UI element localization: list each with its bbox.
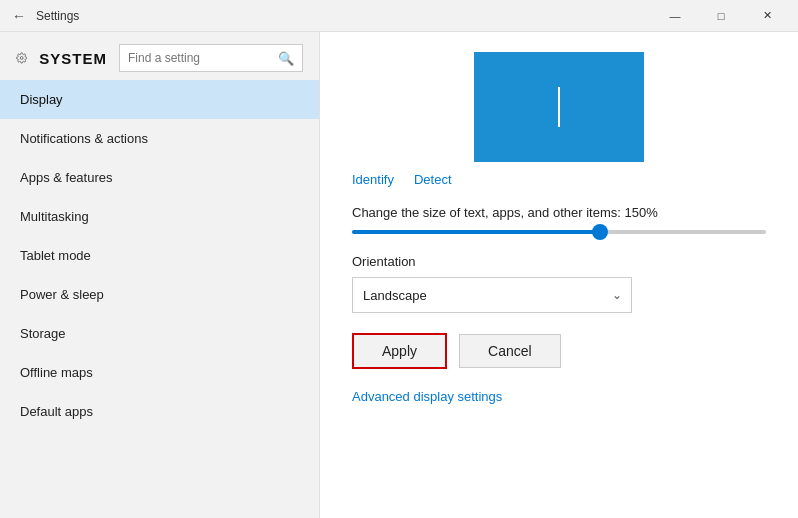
sidebar-item-multitasking[interactable]: Multitasking (0, 197, 319, 236)
monitor-graphic (474, 52, 644, 162)
sidebar-item-defaultapps[interactable]: Default apps (0, 392, 319, 431)
sidebar-item-apps[interactable]: Apps & features (0, 158, 319, 197)
advanced-display-link[interactable]: Advanced display settings (352, 389, 502, 404)
window-title: Settings (36, 9, 79, 23)
search-icon: 🔍 (278, 51, 294, 66)
sidebar-item-tablet[interactable]: Tablet mode (0, 236, 319, 275)
sidebar-item-offline[interactable]: Offline maps (0, 353, 319, 392)
identify-detect-row: Identify Detect (352, 172, 766, 187)
close-button[interactable]: ✕ (744, 0, 790, 32)
slider-fill (352, 230, 600, 234)
apply-button[interactable]: Apply (352, 333, 447, 369)
slider-thumb[interactable] (592, 224, 608, 240)
content-area: Identify Detect Change the size of text,… (320, 32, 798, 518)
title-bar: ← Settings — □ ✕ (0, 0, 798, 32)
orientation-select[interactable]: Landscape Portrait Landscape (flipped) P… (352, 277, 632, 313)
scale-label: Change the size of text, apps, and other… (352, 205, 766, 220)
search-box[interactable]: 🔍 (119, 44, 303, 72)
title-bar-left: ← Settings (12, 8, 79, 24)
back-arrow-icon[interactable]: ← (12, 8, 26, 24)
orientation-select-wrapper: Landscape Portrait Landscape (flipped) P… (352, 277, 632, 313)
sidebar-item-display[interactable]: Display (0, 80, 319, 119)
cancel-button[interactable]: Cancel (459, 334, 561, 368)
identify-link[interactable]: Identify (352, 172, 394, 187)
minimize-button[interactable]: — (652, 0, 698, 32)
orientation-label: Orientation (352, 254, 766, 269)
window-controls: — □ ✕ (652, 0, 790, 32)
gear-icon (16, 46, 27, 70)
monitor-cursor (558, 87, 560, 127)
scale-slider-track[interactable] (352, 230, 766, 234)
sidebar: SYSTEM 🔍 Display Notifications & actions… (0, 32, 320, 518)
monitor-preview (320, 32, 798, 172)
sidebar-system-title: SYSTEM (39, 50, 107, 67)
sidebar-item-storage[interactable]: Storage (0, 314, 319, 353)
content-inner: Identify Detect Change the size of text,… (320, 172, 798, 436)
maximize-button[interactable]: □ (698, 0, 744, 32)
sidebar-header: SYSTEM 🔍 (0, 32, 319, 80)
main-container: SYSTEM 🔍 Display Notifications & actions… (0, 32, 798, 518)
svg-point-0 (20, 57, 23, 60)
orientation-section: Orientation Landscape Portrait Landscape… (352, 254, 766, 313)
sidebar-item-notifications[interactable]: Notifications & actions (0, 119, 319, 158)
button-row: Apply Cancel (352, 333, 766, 369)
search-input[interactable] (128, 51, 278, 65)
scale-section: Change the size of text, apps, and other… (352, 205, 766, 234)
detect-link[interactable]: Detect (414, 172, 452, 187)
sidebar-item-power[interactable]: Power & sleep (0, 275, 319, 314)
